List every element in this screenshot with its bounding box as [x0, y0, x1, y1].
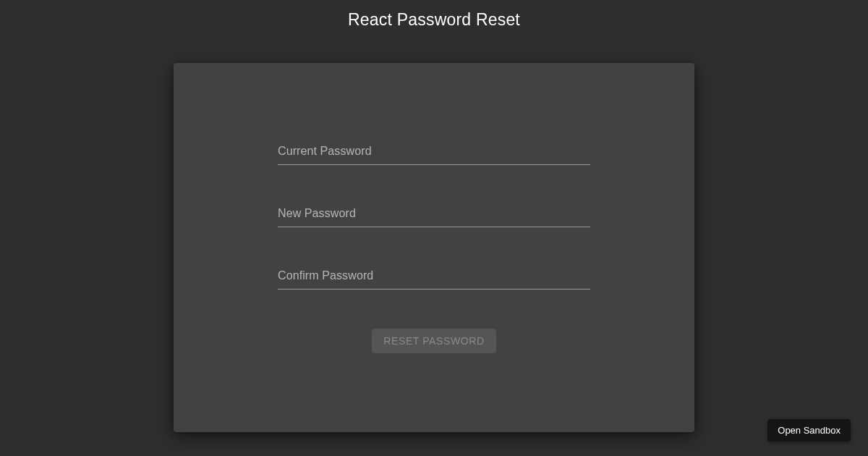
open-sandbox-button[interactable]: Open Sandbox [767, 419, 851, 442]
new-password-input[interactable] [278, 204, 590, 227]
page-title: React Password Reset [0, 0, 868, 40]
current-password-input[interactable] [278, 142, 590, 165]
new-password-field: New Password [278, 204, 590, 227]
confirm-password-input[interactable] [278, 266, 590, 290]
password-reset-form: Current Password New Password Confirm Pa… [278, 142, 590, 353]
confirm-password-field: Confirm Password [278, 266, 590, 290]
submit-row: RESET PASSWORD [278, 329, 590, 353]
password-reset-card: Current Password New Password Confirm Pa… [174, 63, 694, 432]
current-password-field: Current Password [278, 142, 590, 165]
reset-password-button[interactable]: RESET PASSWORD [372, 329, 495, 353]
